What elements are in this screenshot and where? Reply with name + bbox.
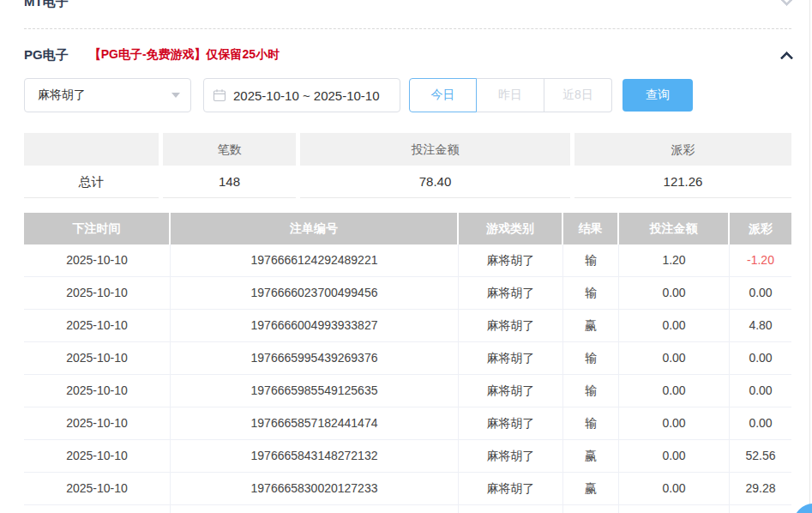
scroll-edge-divider [809,0,810,513]
quick-range-button[interactable]: 今日 [409,78,477,112]
date-range-input[interactable]: 2025-10-10 ~ 2025-10-10 [203,78,400,112]
cell-bet-time: 2025-10-10 [24,375,171,407]
cell-order-no: 1976665830020127233 [171,473,459,504]
cell-result: 输 [563,375,619,407]
cell-payout: 4.80 [730,310,791,341]
summary-header-empty [24,133,159,166]
summary-total-count: 148 [163,166,296,198]
cell-bet-time: 2025-10-10 [24,407,171,439]
quick-range-button[interactable]: 昨日 [477,78,544,112]
cell-bet-amount: 0.00 [619,342,730,374]
cell-bet-time [24,505,171,513]
cell-game-type [459,505,563,513]
floating-action-button[interactable] [793,504,812,513]
section-divider [24,28,791,29]
cell-bet-amount: 0.00 [619,277,730,309]
cell-order-no: 1976666023700499456 [171,277,459,309]
cell-result: 赢 [563,310,619,341]
cell-order-no: 1976665995439269376 [171,342,459,374]
quick-range-button[interactable]: 近8日 [544,78,612,112]
cell-payout: 0.00 [730,342,791,374]
summary-header-bet: 投注金额 [300,133,570,166]
cell-result: 赢 [563,473,619,504]
cell-game-type: 麻将胡了 [459,342,563,374]
cell-payout: 0.00 [730,407,791,439]
cell-result: 输 [563,342,619,374]
summary-total-bet: 78.40 [300,166,570,198]
section-mt-title: MT电子 [24,0,69,10]
chevron-up-icon[interactable] [780,51,794,64]
col-header-bet-amount: 投注金额 [619,213,730,244]
cell-result: 赢 [563,440,619,472]
cell-bet-time: 2025-10-10 [24,440,171,472]
col-header-bet-time: 下注时间 [24,213,171,244]
cell-bet-amount: 0.00 [619,407,730,439]
bet-records-table: 下注时间 注单编号 游戏类别 结果 投注金额 派彩 2025-10-10 197… [24,213,791,513]
date-range-value: 2025-10-10 ~ 2025-10-10 [233,88,380,103]
filter-bar: 麻将胡了 2025-10-10 ~ 2025-10-10 今日昨日近8日 查询 [24,78,693,112]
cell-result: 输 [563,277,619,309]
summary-total-label: 总计 [24,166,159,198]
cell-payout: 0.00 [730,277,791,309]
summary-header-payout: 派彩 [574,133,791,166]
table-row: 2025-10-10 1976666023700499456 麻将胡了 输 0.… [24,277,791,310]
table-row: 2025-10-10 1976665995439269376 麻将胡了 输 0.… [24,342,791,375]
section-pg-notice: 【PG电子-免费游戏】仅保留25小时 [89,47,280,63]
cell-bet-amount: 0.00 [619,375,730,407]
cell-order-no [171,505,459,513]
quick-range-group: 今日昨日近8日 [409,78,612,112]
section-pg-header[interactable]: PG电子 【PG电子-免费游戏】仅保留25小时 [24,45,791,65]
cell-game-type: 麻将胡了 [459,375,563,407]
table-header-row: 下注时间 注单编号 游戏类别 结果 投注金额 派彩 [24,213,791,244]
cell-bet-time: 2025-10-10 [24,244,171,276]
summary-header-count: 笔数 [163,133,296,166]
cell-result: 输 [563,244,619,276]
search-button[interactable]: 查询 [623,79,693,112]
cell-order-no: 1976666004993933827 [171,310,459,341]
table-row: 2025-10-10 1976666004993933827 麻将胡了 赢 0.… [24,310,791,342]
summary-table: 笔数 投注金额 派彩 总计 148 78.40 121.26 [24,133,791,198]
cell-bet-amount [619,505,730,513]
table-row: 2025-10-10 1976665843148272132 麻将胡了 赢 0.… [24,440,791,473]
cell-bet-time: 2025-10-10 [24,277,171,309]
cell-game-type: 麻将胡了 [459,244,563,276]
table-body: 2025-10-10 1976666124292489221 麻将胡了 输 1.… [24,244,791,513]
cell-payout: -1.20 [730,244,791,276]
cell-game-type: 麻将胡了 [459,440,563,472]
col-header-game-type: 游戏类别 [459,213,563,244]
cell-game-type: 麻将胡了 [459,277,563,309]
summary-header-row: 笔数 投注金额 派彩 [24,133,791,166]
cell-bet-amount: 0.00 [619,310,730,341]
cell-order-no: 1976665857182441474 [171,407,459,439]
cell-game-type: 麻将胡了 [459,473,563,504]
table-row: 2025-10-10 1976665830020127233 麻将胡了 赢 0.… [24,473,791,505]
section-pg-title: PG电子 [24,47,69,63]
cell-order-no: 1976665843148272132 [171,440,459,472]
summary-total-payout: 121.26 [574,166,791,198]
cell-bet-amount: 0.00 [619,440,730,472]
cell-bet-amount: 1.20 [619,244,730,276]
summary-total-row: 总计 148 78.40 121.26 [24,166,791,198]
table-row: 2025-10-10 1976665857182441474 麻将胡了 输 0.… [24,407,791,440]
cell-payout [730,505,791,513]
caret-down-icon [171,93,180,98]
cell-result: 输 [563,407,619,439]
cell-bet-amount: 0.00 [619,473,730,504]
cell-payout: 29.28 [730,473,791,504]
cell-bet-time: 2025-10-10 [24,473,171,504]
bet-records-page: MT电子 PG电子 【PG电子-免费游戏】仅保留25小时 麻将胡了 2025-1… [0,0,812,513]
table-row: 2025-10-10 1976666124292489221 麻将胡了 输 1.… [24,244,791,277]
game-select-value: 麻将胡了 [38,88,86,103]
table-row: 2025-10-10 1976665985549125635 麻将胡了 输 0.… [24,375,791,407]
col-header-payout: 派彩 [730,213,791,244]
cell-order-no: 1976666124292489221 [171,244,459,276]
cell-payout: 0.00 [730,375,791,407]
chevron-down-icon[interactable] [780,0,794,6]
cell-payout: 52.56 [730,440,791,472]
cell-game-type: 麻将胡了 [459,407,563,439]
col-header-order-no: 注单编号 [171,213,459,244]
cell-game-type: 麻将胡了 [459,310,563,341]
calendar-icon [213,88,226,102]
section-mt[interactable]: MT电子 [24,0,791,11]
game-select[interactable]: 麻将胡了 [24,78,191,112]
